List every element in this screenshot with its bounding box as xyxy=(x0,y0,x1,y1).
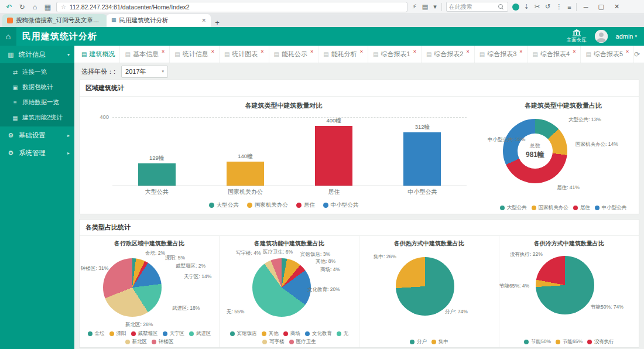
bar[interactable] xyxy=(403,132,441,186)
reader-icon[interactable]: ▤ xyxy=(422,3,429,11)
tab-close-icon[interactable]: ✕ xyxy=(201,18,206,23)
legend-item[interactable]: 中小型公共 xyxy=(323,201,359,209)
legend-item[interactable]: 国家机关办公 xyxy=(532,204,568,211)
heating-pie[interactable] xyxy=(396,257,454,316)
app-tab-6[interactable]: ▤综合报表1× xyxy=(368,46,422,63)
legend-item[interactable]: 节能65% xyxy=(556,338,583,345)
tab-close-icon[interactable]: × xyxy=(466,49,469,54)
sidebar-item-raw-data[interactable]: ≡ 原始数据一览 xyxy=(0,95,74,110)
tab-close-icon[interactable]: × xyxy=(626,49,629,54)
legend-item[interactable]: 其他 xyxy=(262,330,279,337)
sidebar-section-statistics[interactable]: ▥ 统计信息 ▾ xyxy=(0,46,74,63)
legend-item[interactable]: 分户 xyxy=(410,338,427,345)
search-box[interactable] xyxy=(446,2,508,12)
legend-label: 其他 xyxy=(269,330,279,337)
sidebar-item-energy-stats[interactable]: ▦ 建筑用能2统计 xyxy=(0,110,74,125)
app-tab-4[interactable]: ▤能耗公示× xyxy=(269,46,319,63)
bar[interactable] xyxy=(315,126,352,186)
legend-item[interactable]: 中小型公共 xyxy=(595,204,627,211)
scissors-icon[interactable]: ✂ xyxy=(534,3,540,11)
app-tab-3[interactable]: ▤统计图表× xyxy=(220,46,269,63)
legend-item[interactable]: 武进区 xyxy=(189,330,211,337)
legend-item[interactable]: 居住 xyxy=(296,201,315,209)
legend-item[interactable]: 大型公共 xyxy=(209,201,239,209)
legend-item[interactable]: 戚墅堰区 xyxy=(131,330,158,337)
legend-item[interactable]: 节能50% xyxy=(524,338,551,345)
legend-item[interactable]: 钟楼区 xyxy=(152,338,174,345)
legend-item[interactable]: 没有执行 xyxy=(587,338,614,345)
tab-close-icon[interactable]: × xyxy=(519,49,522,54)
sidebar-item-packet-stats[interactable]: ▣ 数据包统计 xyxy=(0,80,74,95)
app-tab-9[interactable]: ▤综合报表4× xyxy=(528,46,581,63)
tab-close-icon[interactable]: × xyxy=(162,49,165,54)
undo-icon[interactable]: ↺ xyxy=(544,3,551,11)
address-bar[interactable]: ☆ 112.82.247.234:81/datacenter/Home/Inde… xyxy=(56,2,407,12)
tab-label: 统计信息 xyxy=(183,50,208,59)
bar[interactable] xyxy=(138,163,176,186)
minimize-icon[interactable]: ─ xyxy=(581,4,591,11)
app-tab-5[interactable]: ▤能耗分析× xyxy=(318,46,368,63)
legend-item[interactable]: 商场 xyxy=(283,330,300,337)
legend-item[interactable]: 新北区 xyxy=(125,338,148,345)
maximize-icon[interactable]: ▢ xyxy=(595,3,607,11)
legend-item[interactable]: 国家机关办公 xyxy=(247,201,288,209)
sidebar-section-settings[interactable]: ⚙ 基础设置 ▸ xyxy=(0,126,74,144)
legend-item[interactable]: 宾馆饭店 xyxy=(230,330,257,337)
warehouse-button[interactable]: 主面仓库 xyxy=(567,29,587,43)
legend-item[interactable]: 文化教育 xyxy=(305,330,332,337)
app-tab-0[interactable]: ▤建筑概况 xyxy=(77,46,120,63)
app-tab-10[interactable]: ▤综合报表5× xyxy=(581,46,634,63)
close-icon[interactable]: ✕ xyxy=(611,3,622,11)
back-icon[interactable]: ↶ xyxy=(5,3,13,11)
browser-tab-site[interactable]: ▦ 民用建筑统计分析 ✕ xyxy=(107,14,211,27)
sidebar-section-system[interactable]: ⚙ 系统管理 ▸ xyxy=(0,144,74,162)
app-tab-7[interactable]: ▤综合报表2× xyxy=(422,46,475,63)
tab-close-icon[interactable]: × xyxy=(573,49,576,54)
legend-item[interactable]: 大型公共 xyxy=(500,204,527,211)
legend-item[interactable]: 无 xyxy=(337,330,349,337)
year-select[interactable]: 2017年 ▾ xyxy=(121,66,168,78)
tab-close-icon[interactable]: × xyxy=(360,49,363,54)
window-grid-icon[interactable]: ▦ xyxy=(43,3,52,11)
reload-icon[interactable]: ⟳ xyxy=(634,50,640,59)
legend-item[interactable]: 集中 xyxy=(431,338,448,345)
user-menu[interactable]: admin ▾ xyxy=(616,33,637,40)
pie-label: 没有执行: 22% xyxy=(510,251,543,258)
site-favicon: ▦ xyxy=(111,18,117,23)
legend-item[interactable]: 居住 xyxy=(573,204,590,211)
legend-item[interactable]: 溧阳 xyxy=(109,330,126,337)
tab-label: 综合报表3 xyxy=(487,50,516,59)
search-icon[interactable] xyxy=(498,4,504,10)
refresh-icon[interactable]: ↻ xyxy=(18,3,26,11)
pie-label: 写字楼: 4% xyxy=(236,250,261,257)
new-tab-button[interactable]: + xyxy=(211,18,224,27)
menu-icon[interactable]: ≡ xyxy=(567,4,571,11)
app-home-button[interactable]: ⌂ xyxy=(0,27,16,46)
avatar[interactable] xyxy=(595,30,608,43)
legend-item[interactable]: 医疗卫生 xyxy=(289,338,316,345)
tab-close-icon[interactable]: × xyxy=(211,49,214,54)
toolbar-caret-icon[interactable]: ▾ xyxy=(433,3,437,11)
function-pie[interactable] xyxy=(252,258,311,317)
tab-close-icon[interactable]: × xyxy=(413,49,416,54)
legend-item[interactable]: 天宁区 xyxy=(163,330,185,337)
search-input[interactable] xyxy=(449,4,496,10)
tab-close-icon[interactable]: × xyxy=(261,49,263,54)
bar[interactable] xyxy=(227,162,264,186)
bookmark-star-icon[interactable]: ☆ xyxy=(61,4,66,10)
legend-item[interactable]: 写字楼 xyxy=(262,338,285,345)
account-icon[interactable] xyxy=(512,4,519,11)
sidebar-item-connections[interactable]: ⇄ 连接一览 xyxy=(0,64,74,80)
more-icon[interactable]: ⋮ xyxy=(555,3,563,11)
app-tab-8[interactable]: ▤综合报表3× xyxy=(475,46,528,63)
app-tab-2[interactable]: ▤统计信息× xyxy=(170,46,220,63)
cooling-pie[interactable] xyxy=(536,256,594,314)
browser-home-icon[interactable]: ⌂ xyxy=(30,3,39,11)
app-tab-1[interactable]: ▤基本信息× xyxy=(120,46,170,63)
download-icon[interactable]: ⇣ xyxy=(523,3,530,11)
tab-close-icon[interactable]: × xyxy=(310,49,313,54)
flash-icon[interactable]: ⚡ xyxy=(412,3,417,11)
legend-item[interactable]: 金坛 xyxy=(88,330,105,337)
district-pie[interactable] xyxy=(103,258,162,317)
browser-tab-sogou[interactable]: 搜狗微信搜索_订阅号及文章内容独家 xyxy=(2,14,107,27)
